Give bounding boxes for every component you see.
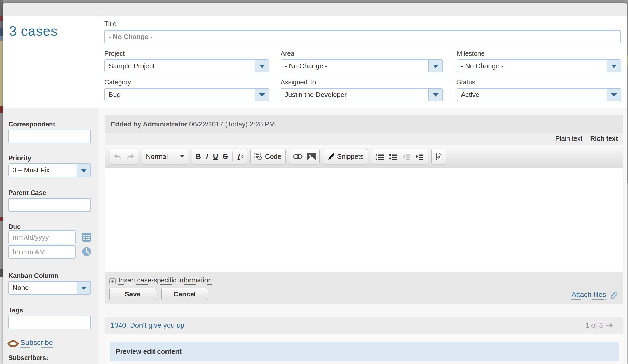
status-label: Status	[457, 78, 475, 86]
save-button[interactable]: Save	[109, 288, 156, 300]
bullet-list-button[interactable]	[389, 153, 398, 160]
priority-select[interactable]: 3 – Must Fix	[8, 163, 91, 177]
bold-button[interactable]: B	[196, 152, 201, 161]
insert-image-button[interactable]	[307, 153, 316, 160]
undo-button[interactable]	[114, 153, 122, 160]
subscribe-link[interactable]: Subscribe	[20, 338, 53, 348]
preview-edit-box: Preview edit content	[110, 342, 619, 361]
code-button[interactable]: Code	[254, 153, 281, 161]
category-label: Category	[104, 78, 131, 86]
project-label: Project	[104, 50, 125, 57]
dialog-titlebar	[3, 3, 627, 16]
cancel-button[interactable]: Cancel	[161, 288, 208, 300]
attach-files-link[interactable]: Attach files	[571, 291, 606, 300]
chevron-down-icon	[81, 169, 87, 172]
case-nav-bar: 1040: Don’t give you up 1 of 3	[105, 317, 623, 334]
snippets-button[interactable]: Snippets	[327, 153, 364, 161]
parent-case-input[interactable]	[8, 198, 91, 212]
paragraph-style-select[interactable]: Normal	[142, 149, 188, 164]
snippets-button-label: Snippets	[337, 153, 364, 161]
priority-select-button[interactable]	[77, 164, 90, 177]
background-page-band	[627, 183, 628, 364]
category-select-value: Bug	[109, 89, 253, 101]
due-time-input[interactable]	[8, 245, 76, 259]
plain-text-toggle[interactable]: Plain text	[555, 135, 582, 143]
status-select-button[interactable]	[607, 89, 621, 101]
richtext-toolbar: Normal B I U S Ix	[105, 145, 623, 168]
insert-case-info-link[interactable]: Insert case-specific information	[118, 276, 212, 285]
kanban-column-select-button[interactable]	[77, 282, 90, 294]
background-page-band	[627, 55, 628, 67]
case-fields-section: 3 cases Title Project Sample Project Are…	[3, 16, 627, 108]
ordered-list-button[interactable]: 1 2	[375, 153, 384, 160]
clock-icon[interactable]	[82, 247, 92, 257]
chevron-down-icon	[259, 93, 265, 97]
eye-icon	[7, 340, 19, 347]
correspondent-input[interactable]	[8, 130, 91, 143]
case-title-link[interactable]: 1040: Don’t give you up	[110, 317, 185, 334]
redo-button[interactable]	[126, 153, 134, 160]
rich-text-toggle[interactable]: Rich text	[590, 135, 618, 143]
correspondent-label: Correspondent	[8, 120, 55, 128]
pencil-icon	[327, 153, 335, 160]
remove-format-icon: I	[237, 152, 240, 161]
link-icon	[293, 154, 303, 159]
page-title: 3 cases	[9, 23, 98, 39]
undo-redo-group	[110, 149, 138, 164]
paperclip-icon	[609, 291, 617, 299]
category-select-button[interactable]	[255, 89, 269, 101]
underline-button[interactable]: U	[213, 152, 218, 161]
due-date-input[interactable]	[8, 230, 76, 244]
indent-icon	[416, 153, 424, 160]
outdent-icon	[402, 153, 411, 160]
case-pager: 1 of 3	[585, 317, 613, 334]
background-page-band	[0, 217, 3, 221]
area-select[interactable]: - No Change -	[281, 59, 443, 72]
source-code-icon	[436, 153, 442, 160]
italic-button[interactable]: I	[206, 152, 208, 161]
remove-format-button[interactable]: Ix	[237, 152, 243, 161]
due-label: Due	[8, 223, 21, 230]
milestone-select-button[interactable]	[607, 60, 621, 72]
plus-box-icon	[109, 278, 116, 284]
title-input[interactable]	[104, 30, 621, 43]
indent-button[interactable]	[416, 153, 424, 160]
editor-mode-bar: Plain text Rich text	[105, 133, 623, 145]
edit-event-panel: Edited by Administrator 06/22/2017 (Toda…	[105, 115, 623, 304]
project-select-button[interactable]	[255, 60, 269, 72]
chevron-down-icon	[611, 93, 617, 97]
assigned-to-select[interactable]: Justin the Developer	[281, 88, 443, 101]
next-case-arrow-icon[interactable]	[606, 323, 613, 328]
background-page-band	[0, 269, 3, 277]
case-preview-section: Preview edit content	[105, 334, 623, 364]
chevron-down-icon	[433, 93, 439, 97]
status-select[interactable]: Active	[457, 88, 621, 101]
calendar-icon[interactable]	[82, 232, 92, 242]
strikethrough-button[interactable]: S	[223, 152, 228, 161]
milestone-select[interactable]: - No Change -	[457, 59, 621, 72]
tags-input[interactable]	[8, 316, 91, 329]
background-page-band	[0, 113, 3, 217]
code-button-label: Code	[265, 153, 281, 161]
code-group: Code	[250, 149, 285, 164]
richtext-editor-area[interactable]	[105, 168, 623, 272]
category-select[interactable]: Bug	[104, 88, 269, 101]
screen: 3 cases Title Project Sample Project Are…	[0, 0, 628, 364]
background-page-band	[0, 36, 3, 41]
insert-link-button[interactable]	[293, 154, 303, 159]
edited-by-date: 06/22/2017 (Today) 2:28 PM	[189, 120, 275, 128]
outdent-button[interactable]	[402, 153, 411, 160]
text-format-group: B I U S Ix	[192, 149, 247, 164]
title-label: Title	[104, 20, 116, 28]
editor-footer: Insert case-specific information Save Ca…	[105, 272, 623, 304]
project-select[interactable]: Sample Project	[104, 59, 269, 72]
background-page-band	[0, 106, 3, 113]
undo-icon	[114, 153, 122, 160]
background-page-band	[0, 221, 3, 269]
area-select-button[interactable]	[428, 60, 442, 72]
chevron-down-icon	[180, 155, 184, 158]
source-button[interactable]	[436, 153, 442, 160]
kanban-column-select[interactable]: None	[8, 281, 91, 295]
assigned-to-select-button[interactable]	[428, 89, 442, 101]
background-page-band	[627, 0, 628, 55]
